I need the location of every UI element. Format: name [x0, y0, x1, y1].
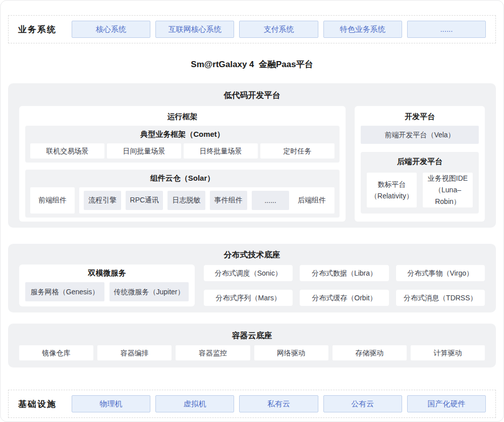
solar-items-row: 前端组件 流程引擎 RPC通讯 日志脱敏 事件组件 ...... 后端组件 [30, 187, 334, 214]
distributed-services-grid: 分布式调度（Sonic） 分布式数据（Libra） 分布式事物（Virgo） 分… [204, 265, 485, 306]
libra-distributed-data: 分布式数据（Libra） [300, 265, 388, 281]
lowcode-content: 运行框架 典型业务框架（Comet） 联机交易场景 日间批量场景 日终批量场景 … [19, 106, 485, 222]
infrastructure-boxes: 物理机 虚拟机 私有云 公有云 国产化硬件 [72, 395, 486, 412]
container-monitoring: 容器监控 [176, 345, 250, 360]
comet-item-eod-batch: 日终批量场景 [184, 143, 258, 159]
dev-platform-panel: 开发平台 前端开发平台（Vela） 后端开发平台 数标平台 （Relativit… [355, 106, 485, 222]
solar-component-panel: 组件云仓（Solar） 前端组件 流程引擎 RPC通讯 日志脱敏 事件组件 ..… [25, 170, 340, 218]
solar-component-title: 组件云仓（Solar） [30, 174, 334, 183]
comet-item-daytime-batch: 日间批量场景 [107, 143, 181, 159]
container-orchestration: 容器编排 [97, 345, 172, 360]
business-systems-label: 业务系统 [18, 24, 67, 35]
distributed-base-title: 分布式技术底座 [19, 250, 485, 260]
relativity-data-platform: 数标平台 （Relativity） [367, 173, 417, 207]
business-system-special: 特色业务系统 [323, 21, 402, 38]
relativity-codename: （Relativity） [370, 190, 413, 202]
solar-backend-components: 后端组件 [294, 196, 330, 205]
solar-backend-strip: 流程引擎 RPC通讯 日志脱敏 事件组件 ...... 后端组件 [79, 187, 334, 214]
solar-chip-more: ...... [252, 191, 289, 210]
sonic-distributed-scheduling: 分布式调度（Sonic） [204, 265, 293, 281]
infra-physical-machine: 物理机 [72, 395, 150, 412]
distributed-base-section: 分布式技术底座 双模微服务 服务网格（Genesis） 传统微服务（Jupite… [8, 244, 496, 312]
backend-dev-row: 数标平台 （Relativity） 业务视图IDE （Luna–Robin） [367, 173, 473, 207]
infra-private-cloud: 私有云 [239, 395, 318, 412]
infrastructure-row: 基础设施 物理机 虚拟机 私有云 公有云 国产化硬件 [8, 390, 496, 418]
infrastructure-label: 基础设施 [18, 398, 67, 410]
orbit-distributed-cache: 分布式缓存（Orbit） [300, 290, 388, 306]
business-system-more: ...... [407, 21, 486, 38]
business-system-core: 核心系统 [72, 21, 150, 38]
platform-title: Sm@rtGalaxy 4 金融Paas平台 [8, 59, 496, 70]
business-systems-row: 业务系统 核心系统 互联网核心系统 支付系统 特色业务系统 ...... [8, 15, 496, 43]
business-system-internet-core: 互联网核心系统 [155, 21, 234, 38]
virgo-distributed-transaction: 分布式事物（Virgo） [396, 265, 485, 281]
solar-chip-rpc: RPC通讯 [126, 191, 163, 210]
solar-chip-event: 事件组件 [210, 191, 247, 210]
jupiter-traditional-microservice: 传统微服务（Jupiter） [109, 282, 189, 301]
runtime-framework-panel: 运行框架 典型业务框架（Comet） 联机交易场景 日间批量场景 日终批量场景 … [19, 106, 346, 222]
compute-driver: 计算驱动 [411, 345, 485, 360]
solar-chip-log-masking: 日志脱敏 [167, 191, 205, 210]
runtime-framework-title: 运行框架 [25, 112, 340, 122]
infra-virtual-machine: 虚拟机 [155, 395, 234, 412]
dev-platform-title: 开发平台 [361, 112, 479, 122]
infra-public-cloud: 公有云 [323, 395, 402, 412]
dual-mode-microservice-panel: 双模微服务 服务网格（Genesis） 传统微服务（Jupiter） [19, 265, 195, 306]
luna-robin-business-view-ide: 业务视图IDE （Luna–Robin） [423, 173, 473, 207]
genesis-service-mesh: 服务网格（Genesis） [25, 282, 104, 301]
luna-robin-codename: （Luna–Robin） [423, 184, 473, 207]
architecture-diagram: 业务系统 核心系统 互联网核心系统 支付系统 特色业务系统 ...... Sm@… [0, 0, 504, 422]
comet-framework-title: 典型业务框架（Comet） [30, 130, 334, 139]
infra-domestic-hardware: 国产化硬件 [407, 395, 486, 412]
backend-dev-platform-title: 后端开发平台 [367, 157, 473, 167]
vela-frontend-dev-platform: 前端开发平台（Vela） [361, 126, 479, 144]
network-driver: 网络驱动 [254, 345, 328, 360]
solar-chip-process-engine: 流程引擎 [84, 191, 121, 210]
container-cloud-section: 容器云底座 镜像仓库 容器编排 容器监控 网络驱动 存储驱动 计算驱动 [8, 324, 496, 367]
mars-distributed-sequence: 分布式序列（Mars） [204, 290, 293, 306]
comet-item-online-trade: 联机交易场景 [30, 143, 104, 159]
distributed-content: 双模微服务 服务网格（Genesis） 传统微服务（Jupiter） 分布式调度… [19, 265, 485, 306]
container-cloud-title: 容器云底座 [19, 331, 485, 341]
relativity-name: 数标平台 [378, 179, 406, 190]
business-systems-boxes: 核心系统 互联网核心系统 支付系统 特色业务系统 ...... [72, 21, 486, 38]
luna-robin-name: 业务视图IDE [428, 173, 468, 184]
image-registry: 镜像仓库 [19, 345, 93, 360]
comet-items-row: 联机交易场景 日间批量场景 日终批量场景 定时任务 [30, 143, 334, 159]
business-system-payment: 支付系统 [239, 21, 318, 38]
lowcode-platform-title: 低代码开发平台 [19, 90, 485, 101]
dual-mode-microservice-title: 双模微服务 [25, 269, 189, 278]
container-cloud-row: 镜像仓库 容器编排 容器监控 网络驱动 存储驱动 计算驱动 [19, 345, 485, 360]
comet-framework-panel: 典型业务框架（Comet） 联机交易场景 日间批量场景 日终批量场景 定时任务 [25, 126, 340, 163]
tdrss-distributed-message: 分布式消息（TDRSS） [396, 290, 485, 306]
dual-mode-row: 服务网格（Genesis） 传统微服务（Jupiter） [25, 282, 189, 301]
backend-dev-platform-panel: 后端开发平台 数标平台 （Relativity） 业务视图IDE （Luna–R… [361, 152, 479, 214]
lowcode-platform-section: 低代码开发平台 运行框架 典型业务框架（Comet） 联机交易场景 日间批量场景… [8, 83, 496, 228]
solar-frontend-components: 前端组件 [30, 187, 75, 214]
comet-item-scheduled-task: 定时任务 [260, 143, 334, 159]
storage-driver: 存储驱动 [332, 345, 407, 360]
